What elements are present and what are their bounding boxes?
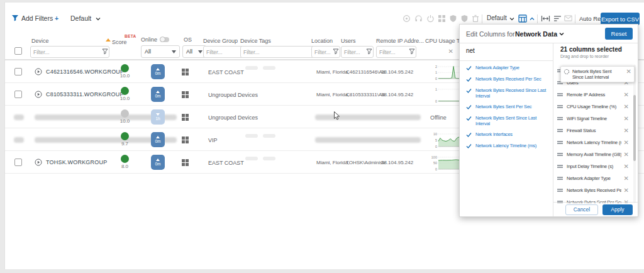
chevron-down-icon[interactable] [96,16,101,21]
drag-handle-icon[interactable] [557,104,563,109]
layout-view-dropdown[interactable]: Default [487,14,507,21]
chevron-down-icon[interactable] [559,31,564,36]
popup-scrollbar-thumb[interactable] [633,95,636,161]
remove-column-icon[interactable]: ✕ [624,104,629,110]
remove-column-icon[interactable]: ✕ [624,176,629,182]
online-badge[interactable]: 0m [151,155,165,170]
tag-pill[interactable] [245,134,258,138]
drag-handle-icon[interactable] [557,152,563,157]
remove-column-icon[interactable]: ✕ [624,187,629,194]
col-score-label[interactable]: Score [112,39,127,45]
drag-handle-icon[interactable] [557,164,563,169]
col-os-label[interactable]: OS [184,36,192,43]
selected-column-row[interactable]: Network Bytes Received Per Sec ✕ [557,184,634,196]
remove-column-icon[interactable]: ✕ [624,152,629,158]
drag-handle-icon[interactable] [557,188,563,193]
online-badge[interactable]: 1h [151,109,165,125]
funnel-icon[interactable] [409,48,415,55]
col-online-label[interactable]: Online [141,36,157,43]
drag-handle-icon[interactable] [557,140,563,145]
clear-search-icon[interactable]: ✕ [448,48,453,55]
row-checkbox[interactable] [14,91,22,98]
remove-column-icon[interactable]: ✕ [626,69,631,75]
arrow-up-icon [156,68,160,70]
play-circle-icon[interactable] [35,159,42,166]
col-users-label[interactable]: Users [341,38,356,44]
selected-column-row[interactable]: Input Delay Timeline (s) ✕ [557,160,634,172]
row-checkbox[interactable] [14,159,22,166]
remove-column-icon[interactable]: ✕ [624,164,629,170]
column-option[interactable]: Network Bytes Sent Per Sec [466,104,550,110]
col-group-label[interactable]: Device Group [203,38,238,44]
column-search-input[interactable] [466,47,535,54]
chevron-up-icon[interactable] [530,16,535,21]
add-filters-button[interactable]: Add Filters + [21,14,58,22]
popup-search-row: ✕ [460,43,553,61]
device-filter-input[interactable] [30,46,109,58]
column-option[interactable]: Network Bytes Sent Since Last Interval [466,115,550,126]
funnel-icon[interactable] [366,48,372,55]
selected-column-row[interactable]: Firewall Status ✕ [557,125,634,136]
edit-columns-icon[interactable] [518,14,527,23]
play-circle-icon[interactable] [35,91,42,98]
selected-column-row[interactable]: Remote IP Address ✕ [557,89,634,101]
remove-column-icon[interactable]: ✕ [624,140,629,146]
reset-button[interactable]: Reset [605,28,633,40]
tag-pill[interactable] [263,157,275,160]
device-name[interactable]: TOHSK.WORKGROUP [46,159,107,165]
sort-asc-icon[interactable] [106,38,111,42]
drag-handle-icon[interactable] [557,116,563,121]
filter-view-dropdown[interactable]: Default [70,14,91,22]
export-csv-button[interactable]: Export to CSV [601,13,640,25]
device-group: Ungrouped Devices [208,92,258,98]
col-location-label[interactable]: Location [311,38,333,44]
selected-column-row[interactable]: WiFi Signal Timeline ✕ [557,113,634,125]
device-name[interactable]: C4621316546.WORKGROUP [46,69,124,75]
col-remote-ip-label[interactable]: Remote IP Addre... [376,38,424,44]
column-option[interactable]: Network Bytes Received Since Last Interv… [466,87,550,99]
selected-column-row[interactable]: Memory Avail Timeline (GB) ✕ [557,148,634,160]
tags-filter-input[interactable] [240,46,318,58]
remove-column-icon[interactable]: ✕ [624,92,629,98]
funnel-icon[interactable] [333,48,339,55]
popup-view-dropdown[interactable]: Network Data [515,30,557,38]
check-icon [466,104,472,110]
grid-icon [438,14,446,23]
online-badge[interactable]: 0m [151,132,165,147]
tag-pill[interactable] [263,134,275,138]
col-device-label[interactable]: Device [31,38,49,44]
selected-column-row[interactable]: CPU Usage Timeline (%) ✕ [557,101,634,113]
column-option[interactable]: Network Latency Timeline (ms) [466,143,550,149]
select-all-checkbox[interactable] [14,47,22,55]
online-filter-select[interactable]: All [141,45,180,58]
tag-pill[interactable] [245,157,258,160]
remove-column-icon[interactable]: ✕ [624,116,629,122]
col-cpu-label[interactable]: CPU Usage Timeline (%) [425,38,463,44]
drag-handle-icon[interactable] [557,92,563,98]
device-name[interactable]: C8105333311.WORKGROUP [46,91,124,98]
fit-width-icon[interactable] [541,14,550,23]
row-checkbox[interactable] [14,68,22,75]
drag-handle-icon[interactable] [557,176,563,181]
play-circle-icon[interactable] [35,68,42,75]
reorder-hint: Drag and drop to reorder [560,54,622,58]
column-option[interactable]: Network Interfaces [466,131,550,138]
sort-filter-icon[interactable] [553,15,562,22]
chevron-down-icon[interactable] [509,16,514,21]
online-filter-toggle[interactable] [160,37,169,42]
svg-text:10: 10 [433,132,437,136]
column-option[interactable]: Network Bytes Received Per Sec [466,76,550,82]
online-badge[interactable]: 0m [151,87,165,102]
online-badge[interactable]: 0m [151,64,165,79]
column-option[interactable]: Network Adapter Type [466,65,550,71]
selected-column-row[interactable]: Network Adapter Type ✕ [557,172,634,184]
funnel-icon[interactable] [102,48,108,55]
drag-handle-icon[interactable] [557,128,563,133]
apply-button[interactable]: Apply [602,204,633,215]
remove-column-icon[interactable]: ✕ [624,128,629,134]
tag-pill[interactable] [263,66,275,70]
tag-pill[interactable] [245,66,258,70]
selected-column-row[interactable]: Network Latency Timeline (ms) ✕ [557,136,634,148]
cancel-button[interactable]: Cancel [565,204,598,215]
col-tags-label[interactable]: Device Tags [240,38,271,44]
